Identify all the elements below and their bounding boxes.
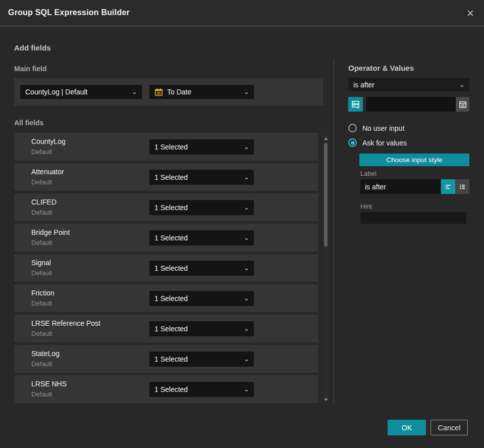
field-row: CLIFED Default 1 Selected ⌄ <box>14 193 318 221</box>
list-scrollbar-thumb[interactable] <box>324 143 328 246</box>
chevron-down-icon: ⌄ <box>244 355 249 363</box>
field-subtitle: Default <box>31 209 52 216</box>
chevron-down-icon: ⌄ <box>244 325 249 332</box>
stacked-input-icon <box>351 100 360 109</box>
list-input-style-button[interactable] <box>455 179 469 194</box>
radio-circle-icon <box>348 124 357 132</box>
field-selection-select[interactable]: 1 Selected ⌄ <box>149 230 254 245</box>
radio-label: Ask for values <box>362 139 407 147</box>
align-left-icon <box>444 183 452 191</box>
all-fields-heading: All fields <box>14 119 43 127</box>
field-selection-select[interactable]: 1 Selected ⌄ <box>149 139 254 155</box>
dialog-header: Group SQL Expression Builder ✕ <box>0 0 484 26</box>
close-icon[interactable]: ✕ <box>464 7 477 20</box>
calendar-icon <box>459 101 467 109</box>
bulleted-list-icon <box>458 183 466 191</box>
set-value-mode-button[interactable] <box>348 97 363 112</box>
main-field-select[interactable]: CountyLog | Default ⌄ <box>20 85 142 99</box>
field-selection-value: 1 Selected <box>154 325 188 333</box>
scrollbar-down-arrow[interactable] <box>324 399 328 401</box>
field-selection-select[interactable]: 1 Selected ⌄ <box>149 291 254 306</box>
field-subtitle: Default <box>31 269 52 277</box>
field-selection-value: 1 Selected <box>154 355 188 363</box>
field-subtitle: Default <box>31 239 52 246</box>
vertical-divider <box>334 60 334 404</box>
field-row: LRSE Reference Post Default 1 Selected ⌄ <box>14 315 318 342</box>
choose-input-style-button[interactable]: Choose input style <box>359 154 469 166</box>
field-selection-select[interactable]: 1 Selected ⌄ <box>149 261 254 276</box>
field-name: CountyLog <box>31 137 66 145</box>
label-input[interactable] <box>360 179 440 194</box>
chevron-down-icon: ⌄ <box>244 234 249 241</box>
field-name: Signal <box>31 259 51 267</box>
chevron-down-icon: ⌄ <box>244 385 249 393</box>
date-picker-button[interactable] <box>456 97 469 112</box>
chevron-down-icon: ⌄ <box>132 88 137 95</box>
field-name: Bridge Point <box>31 228 70 236</box>
field-name: Friction <box>31 289 55 297</box>
label-caption: Label <box>360 170 377 177</box>
date-type-select-value: To Date <box>167 88 191 96</box>
calendar-icon <box>154 88 163 96</box>
field-subtitle: Default <box>31 390 52 398</box>
chevron-down-icon: ⌄ <box>244 204 249 211</box>
field-selection-value: 1 Selected <box>154 234 188 242</box>
field-row: Bridge Point Default 1 Selected ⌄ <box>14 224 318 252</box>
operator-values-heading: Operator & Values <box>348 64 414 72</box>
field-selection-select[interactable]: 1 Selected ⌄ <box>149 200 254 215</box>
field-selection-value: 1 Selected <box>154 173 188 181</box>
field-selection-value: 1 Selected <box>154 385 188 393</box>
chevron-down-icon: ⌄ <box>244 173 249 181</box>
date-type-select[interactable]: To Date ⌄ <box>149 85 254 99</box>
field-name: Attenuator <box>31 168 64 176</box>
field-selection-select[interactable]: 1 Selected ⌄ <box>149 382 254 397</box>
field-selection-select[interactable]: 1 Selected ⌄ <box>149 352 254 367</box>
field-name: CLIFED <box>31 198 57 206</box>
chevron-down-icon: ⌄ <box>459 80 465 88</box>
field-row: StateLog Default 1 Selected ⌄ <box>14 345 318 373</box>
date-value-input[interactable] <box>366 97 456 112</box>
main-field-panel: CountyLog | Default ⌄ To Date ⌄ <box>14 78 323 106</box>
dialog-title: Group SQL Expression Builder <box>8 8 130 17</box>
radio-selected-icon <box>348 138 357 147</box>
radio-ask-for-values[interactable]: Ask for values <box>348 138 407 147</box>
chevron-down-icon: ⌄ <box>244 294 249 302</box>
group-sql-expression-builder-dialog: Group SQL Expression Builder ✕ Add field… <box>0 0 484 448</box>
radio-label: No user input <box>362 124 404 132</box>
field-name: StateLog <box>31 350 60 358</box>
field-selection-value: 1 Selected <box>154 143 188 151</box>
field-subtitle: Default <box>31 178 52 186</box>
field-subtitle: Default <box>31 148 52 156</box>
field-selection-value: 1 Selected <box>154 204 188 212</box>
scrollbar-up-arrow[interactable] <box>324 137 328 140</box>
chevron-down-icon: ⌄ <box>244 88 249 95</box>
field-name: LRSE NHS <box>31 380 67 388</box>
field-row: CountyLog Default 1 Selected ⌄ <box>14 133 318 161</box>
field-subtitle: Default <box>31 360 52 368</box>
radio-no-user-input[interactable]: No user input <box>348 124 404 132</box>
field-row: Attenuator Default 1 Selected ⌄ <box>14 163 318 191</box>
field-subtitle: Default <box>31 300 52 307</box>
field-selection-value: 1 Selected <box>154 264 188 272</box>
chevron-down-icon: ⌄ <box>244 264 249 272</box>
hint-input[interactable] <box>360 212 466 224</box>
main-field-select-value: CountyLog | Default <box>25 88 88 96</box>
field-subtitle: Default <box>31 330 52 337</box>
hint-caption: Hint <box>360 203 372 210</box>
ok-button[interactable]: OK <box>388 420 426 435</box>
cancel-button[interactable]: Cancel <box>431 420 468 435</box>
field-row: Friction Default 1 Selected ⌄ <box>14 284 318 312</box>
chevron-down-icon: ⌄ <box>244 143 249 151</box>
field-name: LRSE Reference Post <box>31 319 100 327</box>
operator-select-value: is after <box>353 81 374 89</box>
single-line-input-style-button[interactable] <box>441 179 455 194</box>
main-field-heading: Main field <box>14 65 47 73</box>
field-row: LRSE NHS Default 1 Selected ⌄ <box>14 375 318 403</box>
field-selection-select[interactable]: 1 Selected ⌄ <box>149 170 254 185</box>
field-row: Signal Default 1 Selected ⌄ <box>14 254 318 282</box>
add-fields-heading: Add fields <box>14 43 51 52</box>
field-selection-value: 1 Selected <box>154 294 188 303</box>
operator-select[interactable]: is after ⌄ <box>348 78 469 91</box>
field-selection-select[interactable]: 1 Selected ⌄ <box>149 321 254 336</box>
